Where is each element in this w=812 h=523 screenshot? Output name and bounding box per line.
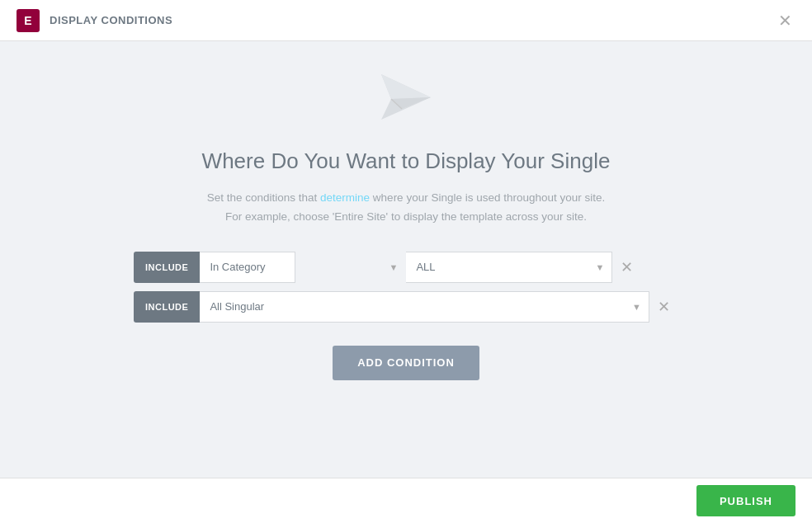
dialog-body: Where Do You Want to Display Your Single…	[0, 41, 812, 478]
add-condition-button[interactable]: ADD CONDITION	[333, 346, 479, 380]
condition-main-select-2[interactable]: All Singular In Category In Post Type En…	[200, 291, 649, 323]
conditions-area: INCLUDE In Category In Post Type Entire …	[134, 252, 678, 323]
remove-condition-2-button[interactable]: ✕	[649, 291, 678, 323]
publish-button[interactable]: PUBLISH	[696, 485, 795, 516]
elementor-logo-icon: E	[17, 9, 40, 32]
include-badge-2: INCLUDE	[134, 291, 200, 323]
condition-main-select-wrapper-2: All Singular In Category In Post Type En…	[200, 291, 649, 323]
condition-secondary-select-1[interactable]: ALL Category 1 Category 2	[406, 252, 612, 283]
svg-marker-1	[381, 74, 431, 99]
main-heading: Where Do You Want to Display Your Single	[202, 148, 611, 174]
condition-row-1: INCLUDE In Category In Post Type Entire …	[134, 252, 678, 283]
condition-secondary-select-wrapper-1: ALL Category 1 Category 2 ▼	[406, 252, 612, 283]
header-left: E DISPLAY CONDITIONS	[17, 9, 172, 32]
close-button[interactable]: ✕	[775, 9, 795, 32]
remove-condition-1-button[interactable]: ✕	[612, 252, 641, 283]
chevron-down-icon-1: ▼	[389, 262, 399, 272]
paper-plane-icon	[373, 66, 439, 132]
dialog-title: DISPLAY CONDITIONS	[50, 14, 172, 26]
condition-main-select-wrapper-1: In Category In Post Type Entire Site Fro…	[200, 252, 406, 283]
sub-description: Set the conditions that determine where …	[207, 189, 606, 227]
dialog-footer: PUBLISH	[0, 478, 812, 523]
include-badge-1: INCLUDE	[134, 252, 200, 283]
condition-row-2: INCLUDE All Singular In Category In Post…	[134, 291, 678, 323]
dialog-header: E DISPLAY CONDITIONS ✕	[0, 0, 812, 41]
condition-main-select-1[interactable]: In Category In Post Type Entire Site Fro…	[200, 252, 295, 283]
